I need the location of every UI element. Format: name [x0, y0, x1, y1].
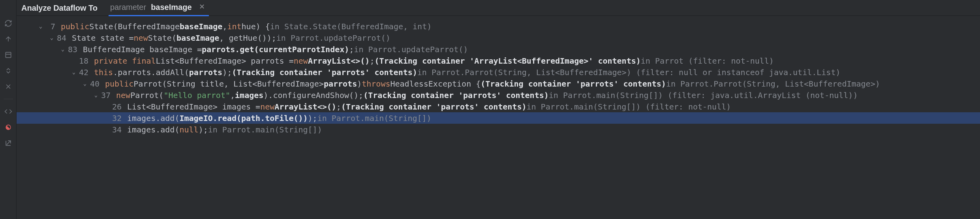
code-segment: int: [227, 21, 241, 32]
layout-icon[interactable]: [4, 51, 13, 59]
tree-row[interactable]: ⌄84State state = new State(baseImage, ge…: [17, 32, 980, 43]
code-segment: in State.State(BufferedImage, int): [270, 21, 432, 32]
code-segment: new: [294, 55, 308, 66]
close-icon[interactable]: ✕: [197, 2, 207, 12]
code-segment: in Parrot.updateParrot(): [276, 32, 390, 43]
code-segment: List<BufferedImage> parrots =: [156, 55, 294, 66]
code-segment: ,: [222, 21, 227, 32]
code-segment: ): [357, 78, 362, 89]
svg-rect-0: [6, 52, 11, 57]
code-segment: parrots.get(currentParrotIndex): [202, 44, 349, 55]
code-segment: parrots: [189, 67, 222, 78]
code-segment: in Parrot.Parrot(String, List<BufferedIm…: [666, 78, 880, 89]
code-segment: ).configureAndShow();: [263, 90, 363, 101]
separator: [4, 99, 13, 99]
line-number: 40: [88, 78, 100, 89]
refresh-icon[interactable]: [4, 19, 13, 28]
code-segment: in Parrot.Parrot(String, List<BufferedIm…: [417, 67, 841, 78]
tree-row[interactable]: ⌄83BufferedImage baseImage = parrots.get…: [17, 43, 980, 55]
chevron-down-icon[interactable]: ⌄: [92, 91, 100, 99]
tree-row[interactable]: ⌄26List<BufferedImage> images = new Arra…: [17, 101, 980, 112]
line-number: 18: [77, 55, 88, 66]
code-segment: baseImage: [180, 21, 222, 32]
code-segment: public: [105, 78, 133, 89]
tab-prefix: parameter: [110, 2, 146, 13]
code-segment: images: [235, 90, 263, 101]
code-segment: (Tracking container 'parrots' contents): [232, 67, 417, 78]
code-segment: HeadlessException {: [390, 78, 481, 89]
code-icon[interactable]: [4, 107, 13, 116]
tree-row[interactable]: ⌄40public Parrot(String title, List<Buff…: [17, 78, 980, 89]
code-segment: null: [179, 124, 198, 135]
code-segment: in Parrot.main(String[]) (filter: java.u…: [549, 90, 858, 101]
code-segment: Parrot(String title, List<BufferedImage>: [133, 78, 324, 89]
code-segment: new: [260, 101, 274, 112]
line-number: 37: [100, 90, 111, 101]
code-segment: in Parrot.main(String[]): [208, 124, 322, 135]
code-segment: );: [308, 113, 317, 124]
code-segment: in Parrot.main(String[]): [317, 113, 432, 124]
tree-row[interactable]: ⌄37new Parrot("Hello parrot", images).co…: [17, 89, 980, 101]
code-segment: new: [116, 90, 130, 101]
code-segment: images.add(: [127, 124, 179, 135]
line-number: 42: [77, 67, 88, 78]
tree-row[interactable]: ⌄34images.add(null); in Parrot.main(Stri…: [17, 124, 980, 135]
code-segment: ArrayList<>(): [308, 55, 370, 66]
code-segment: in Parrot.main(String[]) (filter: not-nu…: [526, 101, 731, 112]
code-segment: baseImage: [176, 32, 219, 43]
code-segment: ImageIO.read(path.toFile()): [179, 113, 308, 124]
code-segment: (Tracking container 'parrots' contents): [341, 101, 527, 112]
tree-row[interactable]: ⌄7public State(BufferedImage baseImage, …: [17, 21, 980, 32]
code-segment: new: [134, 32, 148, 43]
code-segment: ;: [349, 44, 354, 55]
code-segment: private final: [94, 55, 156, 66]
code-segment: State(: [148, 32, 176, 43]
dataflow-tree[interactable]: ⌄7public State(BufferedImage baseImage, …: [17, 16, 980, 140]
code-segment: ;: [336, 101, 341, 112]
code-segment: this: [94, 67, 113, 78]
line-number: 32: [111, 113, 122, 124]
code-segment: parrots: [324, 78, 357, 89]
code-segment: (Tracking container 'parrots' contents): [363, 90, 549, 101]
code-segment: ,: [230, 90, 235, 101]
code-segment: in Parrot (filter: not-null): [641, 55, 774, 66]
code-segment: );: [199, 124, 208, 135]
line-number: 83: [66, 44, 77, 55]
tree-row[interactable]: ⌄32images.add(ImageIO.read(path.toFile()…: [17, 112, 980, 124]
code-segment: State state =: [72, 32, 134, 43]
tab-baseimage[interactable]: parameter baseImage ✕: [109, 0, 209, 16]
expand-collapse-icon[interactable]: [4, 66, 13, 75]
code-segment: State(BufferedImage: [89, 21, 180, 32]
header: Analyze Dataflow To parameter baseImage …: [17, 0, 980, 16]
code-segment: BufferedImage baseImage =: [83, 44, 202, 55]
toolbar: [0, 0, 17, 219]
code-segment: "Hello parrot": [163, 90, 230, 101]
tree-row[interactable]: ⌄18private final List<BufferedImage> par…: [17, 55, 980, 66]
code-segment: ArrayList<>(): [274, 101, 336, 112]
tab-label: baseImage: [151, 2, 191, 13]
scroll-to-icon[interactable]: [4, 35, 13, 43]
line-number: 7: [44, 21, 55, 32]
record-icon[interactable]: [4, 123, 13, 132]
code-segment: images.add(: [127, 113, 179, 124]
code-segment: , getHue());: [219, 32, 276, 43]
chevron-down-icon[interactable]: ⌄: [81, 80, 88, 88]
tool-window-title: Analyze Dataflow To: [21, 2, 98, 13]
code-segment: Parrot(: [130, 90, 163, 101]
export-icon[interactable]: [4, 139, 13, 147]
code-segment: (Tracking container 'parrots' contents): [481, 78, 666, 89]
main-panel: Analyze Dataflow To parameter baseImage …: [17, 0, 980, 219]
close-tool-icon[interactable]: [4, 82, 13, 91]
code-segment: );: [222, 67, 232, 78]
code-segment: .parrots.addAll(: [113, 67, 189, 78]
code-segment: in Parrot.updateParrot(): [354, 44, 468, 55]
chevron-down-icon[interactable]: ⌄: [70, 68, 77, 76]
line-number: 34: [111, 124, 122, 135]
tree-row[interactable]: ⌄42this.parrots.addAll(parrots); (Tracki…: [17, 66, 980, 78]
code-segment: public: [61, 21, 89, 32]
chevron-down-icon[interactable]: ⌄: [48, 34, 55, 42]
code-segment: hue) {: [242, 21, 270, 32]
chevron-down-icon[interactable]: ⌄: [59, 45, 66, 53]
code-segment: (Tracking container 'ArrayList<BufferedI…: [374, 55, 640, 66]
chevron-down-icon[interactable]: ⌄: [37, 23, 44, 30]
